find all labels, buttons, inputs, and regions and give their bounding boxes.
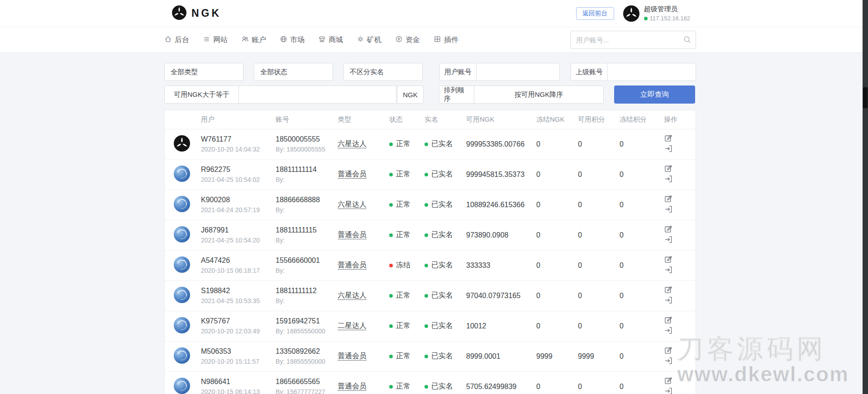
table-header-row: 用户 账号 类型 状态 实名 可用NGK 冻结NGK 可用积分 冻结积分 操作 — [165, 110, 696, 129]
vertical-scrollbar[interactable] — [863, 0, 868, 394]
account-number: 18811111115 — [276, 226, 334, 234]
order-group: 排列顺序 按可用NGK降序 — [439, 85, 604, 104]
realname-text: 已实名 — [431, 170, 453, 179]
status-dot — [389, 142, 393, 146]
frozen-ngk: 0 — [534, 311, 576, 341]
nav-item-funds[interactable]: 资金 — [395, 35, 420, 45]
login-as-user-button[interactable] — [664, 356, 672, 366]
available-ngk: 97040.07973165 — [464, 280, 534, 311]
frozen-points: 0 — [618, 129, 662, 159]
login-as-user-button[interactable] — [664, 175, 672, 185]
frozen-ngk: 0 — [534, 159, 576, 190]
ngk-logo-icon — [172, 5, 187, 22]
ngk-min-input[interactable] — [238, 85, 397, 104]
back-to-frontend-button[interactable]: 返回前台 — [576, 7, 614, 20]
list-icon — [203, 35, 210, 45]
member-type[interactable]: 普通会员 — [338, 231, 367, 239]
order-select[interactable]: 按可用NGK降序 — [474, 85, 604, 104]
filter-row-2: 可用NGK大于等于 NGK 排列顺序 按可用NGK降序 立即查询 — [164, 85, 696, 104]
member-type[interactable]: 普通会员 — [338, 352, 367, 361]
search-icon[interactable] — [683, 35, 692, 46]
realname-dot — [424, 233, 428, 237]
query-button[interactable]: 立即查询 — [614, 85, 695, 104]
edit-button[interactable] — [664, 346, 672, 356]
member-type[interactable]: 普通会员 — [338, 261, 367, 270]
account-number: 15916942751 — [276, 317, 334, 325]
frozen-points: 0 — [618, 250, 662, 280]
grid-icon — [434, 35, 441, 45]
filter-row-1: 全部类型 全部状态 不区分实名 用户账号 上级账号 — [164, 63, 696, 81]
user-id: J687991 — [201, 226, 272, 234]
frozen-points: 0 — [618, 341, 662, 371]
nav-item-label: 商城 — [329, 35, 343, 45]
nav-item-backend[interactable]: 后台 — [164, 35, 189, 45]
available-points: 0 — [576, 190, 618, 220]
parent-account-label: 上级账号 — [571, 63, 608, 81]
nav-item-miner[interactable]: 矿机 — [357, 35, 382, 45]
admin-block[interactable]: 超级管理员 117.152.16.182 — [623, 5, 690, 22]
login-as-user-button[interactable] — [664, 387, 672, 394]
nav-item-label: 账户 — [252, 35, 266, 45]
user-id: R962275 — [201, 165, 272, 174]
table-row: R962275 2021-04-25 10:54:02 18811111114 … — [165, 159, 696, 190]
login-as-user-button[interactable] — [664, 266, 672, 275]
edit-button[interactable] — [664, 255, 672, 265]
user-avatar — [174, 135, 190, 152]
user-avatar — [174, 256, 190, 273]
parent-account-group: 上级账号 — [571, 63, 696, 81]
nav-item-website[interactable]: 网站 — [203, 35, 228, 45]
user-account-input[interactable] — [476, 63, 560, 81]
admin-avatar[interactable] — [623, 5, 639, 22]
type-filter-select[interactable]: 全部类型 — [164, 63, 243, 81]
user-account-search-input[interactable] — [570, 31, 696, 49]
user-id: M506353 — [201, 347, 272, 356]
column-header-available-points: 可用积分 — [576, 110, 618, 129]
member-type[interactable]: 二星达人 — [338, 322, 367, 330]
nav-item-market[interactable]: 市场 — [280, 35, 305, 45]
top-header: NGK 返回前台 超级管理员 — [0, 0, 868, 27]
status-filter-select[interactable]: 全部状态 — [254, 63, 333, 81]
edit-button[interactable] — [664, 285, 672, 295]
edit-button[interactable] — [664, 376, 672, 386]
available-points: 0 — [576, 311, 618, 341]
referrer-account: By: 18855550000 — [276, 358, 334, 366]
member-type[interactable]: 六星达人 — [338, 200, 367, 209]
edit-button[interactable] — [664, 195, 672, 204]
status-text: 正常 — [396, 382, 410, 391]
login-as-user-button[interactable] — [664, 296, 672, 306]
edit-button[interactable] — [664, 134, 672, 144]
login-as-user-button[interactable] — [664, 235, 672, 245]
member-type[interactable]: 普通会员 — [338, 170, 367, 179]
nav-item-mall[interactable]: 商城 — [318, 35, 343, 45]
user-account-label: 用户账号 — [439, 63, 477, 81]
login-as-user-button[interactable] — [664, 326, 672, 336]
table-row: K975767 2020-10-20 12:03:49 15916942751 … — [165, 311, 696, 341]
table-row: K900208 2021-04-24 20:57:19 18866668888 … — [165, 190, 696, 220]
login-as-user-button[interactable] — [664, 144, 672, 154]
frozen-points: 0 — [618, 311, 662, 341]
edit-button[interactable] — [664, 164, 672, 174]
status-text: 正常 — [396, 291, 410, 300]
status-dot — [389, 355, 393, 358]
realname-filter-select[interactable]: 不区分实名 — [343, 63, 423, 81]
parent-account-input[interactable] — [607, 63, 696, 81]
realname-dot — [424, 294, 428, 298]
realname-dot — [424, 264, 428, 267]
realname-dot — [424, 173, 428, 176]
frozen-points: 0 — [618, 190, 662, 220]
available-ngk: 8999.0001 — [464, 341, 534, 371]
member-type[interactable]: 普通会员 — [338, 382, 367, 391]
nav-item-account[interactable]: 账户 — [241, 35, 266, 45]
member-type[interactable]: 六星达人 — [338, 140, 367, 148]
available-ngk: 10889246.615366 — [464, 190, 534, 220]
status-dot — [389, 324, 393, 328]
member-type[interactable]: 六星达人 — [338, 291, 367, 300]
edit-button[interactable] — [664, 316, 672, 326]
available-ngk: 973890.0908 — [464, 220, 534, 250]
edit-button[interactable] — [664, 225, 672, 235]
login-as-user-button[interactable] — [664, 205, 672, 215]
status-dot — [389, 233, 393, 237]
available-ngk: 10012 — [464, 311, 534, 341]
scrollbar-thumb[interactable] — [863, 87, 868, 108]
nav-item-plugin[interactable]: 插件 — [434, 35, 458, 45]
